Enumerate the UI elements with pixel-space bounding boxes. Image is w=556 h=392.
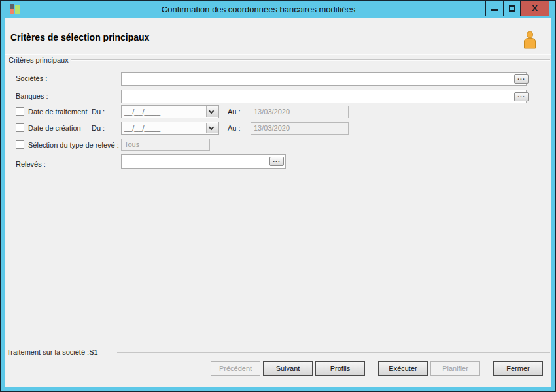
type-releve-checkbox[interactable] (16, 140, 24, 149)
date-traitement-du-label: Du : (92, 108, 105, 116)
societes-label: Sociétés : (16, 74, 47, 82)
main-group-label: Critères principaux (7, 56, 71, 64)
releves-input[interactable] (121, 154, 286, 169)
precedent-button[interactable]: Précédent (211, 361, 260, 376)
app-icon (10, 4, 21, 15)
dialog-window: Confirmation des coordonnées bancaires m… (0, 0, 556, 392)
chevron-down-icon[interactable] (206, 123, 218, 133)
chevron-down-icon[interactable] (206, 106, 218, 117)
executer-button[interactable]: Exécuter (378, 361, 428, 376)
type-releve-input: Tous (121, 139, 210, 151)
maximize-icon (509, 5, 515, 12)
maximize-button[interactable] (503, 1, 520, 16)
dialog-content: Critères de sélection principaux Critère… (5, 18, 551, 387)
date-traitement-checkbox[interactable] (16, 107, 24, 116)
date-creation-au-label: Au : (228, 124, 241, 132)
window-controls: X (485, 1, 549, 16)
banques-browse-button[interactable]: ... (514, 92, 529, 101)
combo-value: __/__/____ (124, 108, 160, 116)
app-icon-gray-square (10, 4, 14, 9)
status-text: Traitement sur la société :S1 (7, 348, 99, 356)
banques-label: Banques : (16, 92, 48, 100)
user-icon (523, 31, 537, 49)
close-button[interactable]: X (520, 1, 549, 16)
minimize-button[interactable] (486, 1, 503, 16)
date-creation-du-combo[interactable]: __/__/____ (121, 122, 219, 135)
profils-button[interactable]: Profils (315, 361, 365, 376)
date-traitement-label: Date de traitement (28, 108, 88, 116)
releves-browse-button[interactable]: ... (269, 157, 284, 166)
releves-label: Relevés : (16, 160, 46, 168)
date-creation-label: Date de création (28, 124, 81, 132)
main-group-line (71, 59, 550, 60)
minimize-icon (491, 9, 498, 11)
title-bar[interactable]: Confirmation des coordonnées bancaires m… (1, 1, 555, 18)
date-creation-checkbox[interactable] (16, 123, 24, 132)
date-traitement-au-label: Au : (228, 108, 241, 116)
combo-value: __/__/____ (124, 124, 160, 132)
status-line (117, 352, 550, 353)
header-separator (5, 54, 551, 54)
date-traitement-au-input: 13/03/2020 (251, 106, 349, 118)
date-traitement-du-combo[interactable]: __/__/____ (121, 105, 219, 118)
fermer-button[interactable]: Fermer (493, 361, 543, 376)
societes-browse-button[interactable]: ... (514, 74, 529, 84)
suivant-button[interactable]: Suivant (263, 361, 313, 376)
date-creation-au-input: 13/03/2020 (251, 122, 349, 135)
banques-input[interactable] (121, 90, 527, 103)
page-title: Critères de sélection principaux (10, 32, 149, 42)
planifier-button[interactable]: Planifier (430, 361, 480, 376)
societes-input[interactable] (121, 72, 527, 86)
app-icon-orange-square (10, 9, 14, 14)
type-releve-label: Sélection du type de relevé : (28, 141, 119, 149)
window-title: Confirmation des coordonnées bancaires m… (41, 1, 476, 18)
app-icon-green-square (15, 5, 20, 14)
date-creation-du-label: Du : (92, 124, 105, 132)
